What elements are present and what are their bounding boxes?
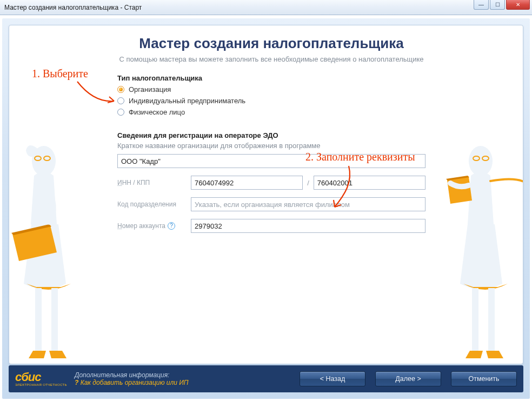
inn-input[interactable] — [191, 176, 303, 190]
radio-label: Индивидуальный предприниматель — [129, 97, 245, 105]
wizard-title: Мастер создания налогоплательщика — [117, 35, 425, 52]
kpp-input[interactable] — [314, 176, 425, 190]
extra-info: Дополнительная информация: Как добавить … — [75, 371, 189, 386]
help-icon[interactable]: ? — [168, 222, 175, 230]
radio-individual-entrepreneur[interactable]: Индивидуальный предприниматель — [117, 97, 425, 105]
wizard-footer: сбис ЭЛЕКТРОННАЯ ОТЧЕТНОСТЬ Дополнительн… — [9, 365, 523, 392]
inn-kpp-separator: / — [303, 179, 314, 187]
window-title: Мастер создания налогоплательщика - Стар… — [4, 4, 142, 11]
cancel-button[interactable]: Отменить — [451, 371, 517, 386]
taxpayer-type-label: Тип налогоплательщика — [117, 74, 425, 82]
department-code-label: Код подразделения — [117, 201, 191, 208]
svg-rect-4 — [51, 288, 58, 352]
radio-icon — [117, 109, 124, 116]
sbis-logo: сбис ЭЛЕКТРОННАЯ ОТЧЕТНОСТЬ — [15, 372, 67, 386]
svg-rect-3 — [35, 288, 42, 352]
maximize-button[interactable]: ☐ — [490, 0, 505, 10]
close-button[interactable]: ✕ — [506, 0, 530, 10]
back-button[interactable]: < Назад — [300, 371, 365, 386]
minimize-button[interactable]: — — [474, 0, 489, 10]
svg-rect-8 — [472, 288, 478, 352]
radio-icon — [117, 97, 124, 104]
wizard-panel: Мастер создания налогоплательщика С помо… — [9, 25, 523, 364]
extra-info-title: Дополнительная информация: — [75, 371, 189, 379]
radio-icon — [117, 86, 124, 93]
wizard-subtitle: С помощью мастера вы можете заполнить вс… — [117, 55, 425, 63]
account-number-input[interactable] — [191, 219, 425, 233]
department-code-input[interactable] — [191, 197, 425, 211]
annotation-step1: 1. Выберите — [32, 68, 88, 80]
extra-info-link[interactable]: Как добавить организацию или ИП — [75, 379, 189, 386]
window-titlebar: Мастер создания налогоплательщика - Стар… — [0, 0, 532, 15]
svg-rect-9 — [488, 288, 495, 352]
next-button[interactable]: Далее > — [375, 371, 441, 386]
org-name-hint: Краткое название организации для отображ… — [117, 142, 425, 150]
annotation-step2: 2. Заполните реквизиты — [305, 151, 415, 163]
taxpayer-type-radios: Организация Индивидуальный предпринимате… — [117, 85, 425, 116]
radio-label: Организация — [129, 85, 171, 93]
radio-physical-person[interactable]: Физическое лицо — [117, 108, 425, 116]
radio-label: Физическое лицо — [129, 108, 185, 116]
inn-kpp-label: ИНН / КПП — [117, 179, 191, 186]
account-number-label: Номер аккаунта? — [117, 222, 191, 230]
registration-section-label: Сведения для регистрации на операторе ЭД… — [117, 131, 425, 139]
radio-organization[interactable]: Организация — [117, 85, 425, 93]
